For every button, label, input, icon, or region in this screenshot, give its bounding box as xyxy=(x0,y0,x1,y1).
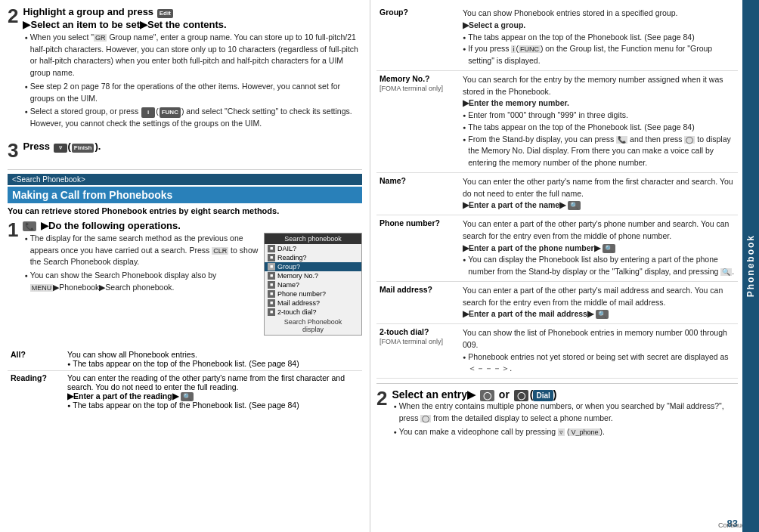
2touch-content: You can show the list of Phonebook entri… xyxy=(460,324,738,379)
step-2-bottom-title: Select an entry▶ ◯ or ◯(Dial) xyxy=(392,388,738,401)
2touch-row: 2-touch dial?[FOMA terminal only] You ca… xyxy=(376,324,738,379)
all-content: You can show all Phonebook entries. ●The… xyxy=(64,348,362,371)
sidebar-text: Phonebook xyxy=(745,234,756,297)
mail-icon: ■ xyxy=(268,299,275,307)
step-2-bullet-3: Select a stored group, or press i(FUNC) … xyxy=(23,106,362,130)
group-label: Group? xyxy=(376,5,460,70)
search-img-group: ■Group? xyxy=(265,262,361,271)
step-3-block: 3 Press ▿(Finish). xyxy=(8,141,362,163)
2touch-icon: ■ xyxy=(268,308,275,316)
all-label: All? xyxy=(8,348,64,371)
step-2-subtitle: ▶Select an item to be set▶Set the conten… xyxy=(23,19,226,30)
search-img-caption: Search Phonebookdisplay xyxy=(265,317,361,335)
dail-icon: ■ xyxy=(268,245,275,252)
finish-label: Finish xyxy=(72,144,94,153)
name-row: Name? You can enter the other party's na… xyxy=(376,172,738,215)
func-label-inline: FUNC xyxy=(160,107,181,118)
2touch-label: 2-touch dial?[FOMA terminal only] xyxy=(376,324,460,379)
info-table: Group? You can show Phonebook entries st… xyxy=(376,5,738,379)
step-1-body: The display for the same search method a… xyxy=(23,233,259,295)
intro-text: You can retrieve stored Phonebook entrie… xyxy=(8,206,362,215)
step-1-block: 1 📞 ▶Do the following operations. The di… xyxy=(8,220,362,342)
step-1-bullet-2: You can show the Search Phonebook displa… xyxy=(23,270,259,294)
mail-row: Mail address? You can enter a part of th… xyxy=(376,281,738,323)
mail-content: You can enter a part of the other party'… xyxy=(460,281,738,323)
step-1-bullet-1: The display for the same search method a… xyxy=(23,233,259,268)
finish-button-icon: ▿ xyxy=(54,144,67,153)
search-section-header: <Search Phonebook> xyxy=(8,174,362,185)
group-content: You can show Phonebook entries stored in… xyxy=(460,5,738,70)
step-2-body: When you select "GR Group name", enter a… xyxy=(23,32,362,130)
step-1-title: 📞 ▶Do the following operations. xyxy=(23,220,362,233)
dial-label: Dial xyxy=(533,390,553,401)
reading-icon: ■ xyxy=(268,254,275,261)
step-2-b-bullet-2: You can make a videophone call by pressi… xyxy=(392,426,738,438)
call-button: ◯ xyxy=(514,390,528,401)
memno-icon: ■ xyxy=(268,272,275,280)
name-label: Name? xyxy=(376,172,460,215)
search-section-subheader: Making a Call from Phonebooks xyxy=(8,187,362,203)
group-icon: ■ xyxy=(268,263,275,271)
step-2-bullet-2: See step 2 on page 78 for the operations… xyxy=(23,81,362,105)
reading-label: Reading? xyxy=(8,370,64,412)
step-2-b-bullet-1: When the entry contains multiple phone n… xyxy=(392,401,738,425)
search-img-name: ■Name? xyxy=(265,280,361,289)
step-3-title: Press ▿(Finish). xyxy=(23,141,101,153)
left-column: 2 Highlight a group and press Edit ▶Sele… xyxy=(0,0,370,532)
name-search-icon: 🔍 xyxy=(568,201,581,210)
sidebar-label: Phonebook xyxy=(742,0,759,532)
search-img-phonenum: ■Phone number? xyxy=(265,289,361,298)
mail-search-icon: 🔍 xyxy=(596,310,609,319)
reading-content: You can enter the reading of the other p… xyxy=(64,370,362,412)
mail-label: Mail address? xyxy=(376,281,460,323)
step-2-bottom-body: When the entry contains multiple phone n… xyxy=(392,401,738,438)
name-content: You can enter the other party's name fro… xyxy=(460,172,738,215)
step-2-title: Highlight a group and press Edit ▶Select… xyxy=(23,6,362,32)
search-img-2touch: ■2-touch dial? xyxy=(265,308,361,317)
step-2-bottom: 2 Select an entry▶ ◯ or ◯(Dial) When the… xyxy=(376,383,738,439)
memno-content: You can search for the entry by the memo… xyxy=(460,70,738,172)
search-img-memno: ■Memory No.? xyxy=(265,271,361,280)
func-button-inline: i xyxy=(141,107,155,118)
search-img-reading: ■Reading? xyxy=(265,253,361,262)
phone-icon: 📞 xyxy=(23,221,36,231)
search-phonebook-display: Search phonebook ■DAIL? ■Reading? ■Group… xyxy=(264,233,362,336)
spin-icon: ◯ xyxy=(480,390,494,401)
name-icon: ■ xyxy=(268,281,275,289)
phonenum-content: You can enter a part of the other party'… xyxy=(460,215,738,282)
right-column: Group? You can show Phonebook entries st… xyxy=(370,0,759,532)
step-2-title-text: Highlight a group and press xyxy=(23,6,156,17)
search-img-title: Search phonebook xyxy=(265,234,361,244)
phonenum-row: Phone number? You can enter a part of th… xyxy=(376,215,738,282)
phonenum-icon: ■ xyxy=(268,290,275,298)
phonenum-search-icon: 🔍 xyxy=(603,244,615,253)
step-3-number: 3 xyxy=(8,141,18,160)
memno-label: Memory No.?[FOMA terminal only] xyxy=(376,70,460,172)
phonenum-label: Phone number? xyxy=(376,215,460,282)
step-2-bottom-number: 2 xyxy=(376,388,387,408)
group-row: Group? You can show Phonebook entries st… xyxy=(376,5,738,70)
step-1-number: 1 xyxy=(8,220,18,240)
edit-button-icon: Edit xyxy=(157,9,173,18)
step-2-number: 2 xyxy=(8,6,18,26)
step-2-block: 2 Highlight a group and press Edit ▶Sele… xyxy=(8,6,362,135)
section-divider xyxy=(8,169,362,170)
search-img-mail: ■Mail address? xyxy=(265,298,361,308)
search-img-dail: ■DAIL? xyxy=(265,244,361,253)
memno-row: Memory No.?[FOMA terminal only] You can … xyxy=(376,70,738,172)
step-2-bullet-1: When you select "GR Group name", enter a… xyxy=(23,32,362,79)
